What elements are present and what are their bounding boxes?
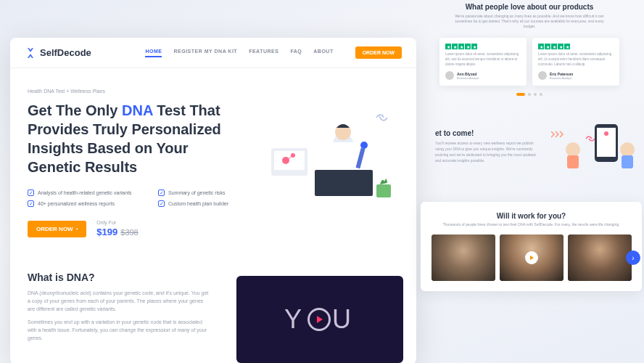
feature-item: ✓Analysis of health-related genetic vari… <box>28 189 144 196</box>
video-carousel: › <box>428 234 635 281</box>
best-illustration <box>551 121 638 171</box>
price-value: $199 <box>96 227 117 237</box>
star-rating: ★★★★★ <box>538 44 614 49</box>
testimonial-card: ★★★★★ Lorem ipsum dolor sit amet, consec… <box>532 38 619 86</box>
feature-list: ✓Analysis of health-related genetic vari… <box>28 189 274 207</box>
nav-link-home[interactable]: HOME <box>145 49 162 57</box>
nav-links: HOME REGISTER MY DNA KIT FEATURES FAQ AB… <box>145 49 333 57</box>
you-logo: Y U <box>284 304 355 335</box>
best-text: You'll receive access to every new welln… <box>435 140 537 163</box>
nav-order-button[interactable]: ORDER NOW <box>355 46 402 59</box>
old-price-value: $398 <box>120 228 138 237</box>
order-now-button[interactable]: ORDER NOW› <box>28 221 86 237</box>
cta-row: ORDER NOW› Only For $199$398 <box>28 220 399 238</box>
svg-point-17 <box>620 142 635 157</box>
nav-link-features[interactable]: FEATURES <box>249 49 278 57</box>
testimonial-card: ★★★★★ Lorem ipsum dolor sit amet, consec… <box>439 38 527 86</box>
star-rating: ★★★★★ <box>445 44 521 49</box>
only-for-label: Only For <box>96 220 138 225</box>
svg-point-15 <box>566 142 580 157</box>
feature-item: ✓40+ personalized wellness reports <box>28 200 144 207</box>
play-icon <box>307 308 331 331</box>
svg-rect-18 <box>622 155 633 168</box>
what-dna-p1: DNA (deoxyribonucleic acid) contains you… <box>28 289 209 314</box>
video-thumbnail[interactable] <box>568 234 632 281</box>
what-dna-p2: Sometimes you end up with a variation in… <box>28 318 209 343</box>
arrow-right-icon: › <box>76 226 78 232</box>
check-icon: ✓ <box>158 189 165 196</box>
testimonial-text: Lorem ipsum dolor sit amet, consectetur … <box>445 52 521 67</box>
you-video-card[interactable]: Y U <box>236 276 403 363</box>
work-title: Will it work for you? <box>428 212 635 220</box>
svg-point-14 <box>604 131 608 136</box>
breadcrumb: Health DNA Test + Wellness Plans <box>28 89 399 94</box>
logo-icon <box>25 47 36 59</box>
scientist-illustration <box>264 105 409 206</box>
testimonials-section: What people love about our products We'r… <box>421 3 638 96</box>
brand-name: SelfDecode <box>40 47 91 58</box>
hero-headline: Get The Only DNA Test That Provides Trul… <box>28 101 231 176</box>
svg-rect-11 <box>376 184 391 197</box>
svg-rect-0 <box>315 170 373 196</box>
best-to-come-section: et to come! You'll receive access to eve… <box>435 129 638 163</box>
avatar <box>538 71 547 80</box>
carousel-next-button[interactable]: › <box>626 250 640 265</box>
testimonial-author: Eric PetersonBusiness Analyst <box>538 71 614 80</box>
will-it-work-section: Will it work for you? Thousands of peopl… <box>421 202 642 291</box>
testimonial-cards: ★★★★★ Lorem ipsum dolor sit amet, consec… <box>421 38 638 86</box>
nav-link-about[interactable]: ABOUT <box>313 49 333 57</box>
testimonial-text: Lorem ipsum dolor sit amet, consectetur … <box>538 52 614 67</box>
play-icon <box>525 251 538 264</box>
svg-rect-8 <box>331 142 355 170</box>
video-thumbnail[interactable] <box>432 234 495 281</box>
check-icon: ✓ <box>158 200 165 207</box>
feature-item: ✓Custom health plan builder <box>158 200 274 207</box>
check-icon: ✓ <box>28 189 34 196</box>
avatar <box>445 71 454 80</box>
price-box: Only For $199$398 <box>96 220 138 238</box>
svg-rect-9 <box>355 148 365 169</box>
testimonials-sub: We're passionate about changing as many … <box>450 14 609 29</box>
testimonial-author: Ann BlyzedBusiness Analyst <box>445 71 521 80</box>
nav-link-register[interactable]: REGISTER MY DNA KIT <box>173 49 237 57</box>
work-sub: Thousands of people have chosen to test … <box>428 222 635 227</box>
brand-logo[interactable]: SelfDecode <box>25 47 91 59</box>
top-nav: SelfDecode HOME REGISTER MY DNA KIT FEAT… <box>10 38 416 68</box>
svg-rect-16 <box>567 155 579 168</box>
carousel-dots[interactable] <box>421 93 638 96</box>
nav-link-faq[interactable]: FAQ <box>290 49 302 57</box>
testimonials-title: What people love about our products <box>421 3 638 11</box>
svg-point-10 <box>360 142 368 149</box>
svg-point-5 <box>291 153 295 158</box>
check-icon: ✓ <box>28 200 34 207</box>
feature-item: ✓Summary of genetic risks <box>158 189 274 196</box>
video-thumbnail[interactable] <box>500 234 564 281</box>
hero-section: Health DNA Test + Wellness Plans Get The… <box>10 68 416 258</box>
